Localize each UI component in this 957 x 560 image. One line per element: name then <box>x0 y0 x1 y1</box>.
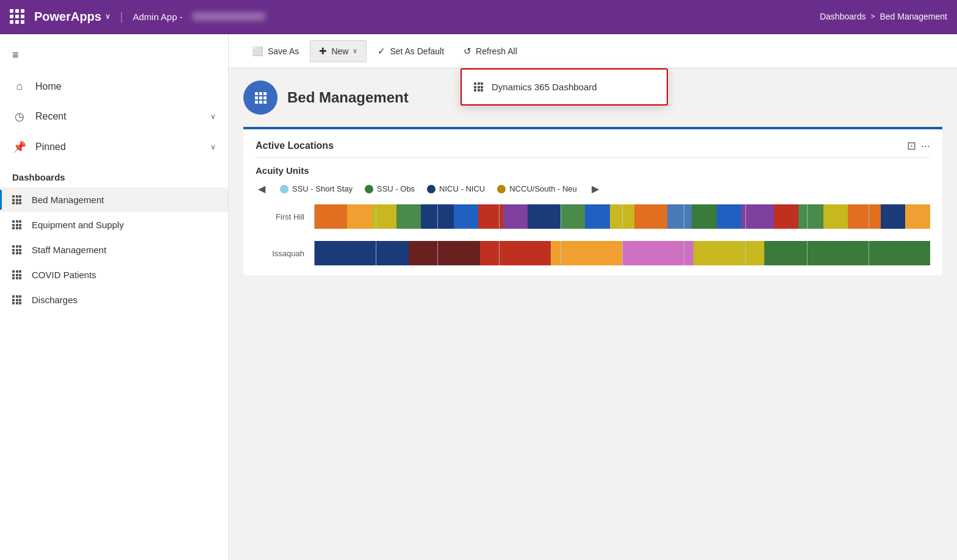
legend-item-ssu-obs: SSU - Obs <box>365 184 415 193</box>
new-icon: ✚ <box>319 46 327 57</box>
main-content: Bed Management Active Locations ⊡ ··· Ac… <box>229 68 957 560</box>
bar-segment-0-20 <box>848 204 881 229</box>
bar-segment-0-16 <box>741 204 774 229</box>
home-icon: ⌂ <box>12 80 27 93</box>
bar-segment-0-9 <box>561 204 585 229</box>
bar-segment-1-4 <box>622 241 694 265</box>
expand-icon[interactable]: ⊡ <box>907 139 916 153</box>
bar-segment-0-14 <box>692 204 716 229</box>
toolbar: ⬜ Save As ✚ New ∨ ✓ Set As Default ↺ Ref… <box>229 34 957 68</box>
save-as-icon: ⬜ <box>252 46 263 57</box>
bar-segment-0-12 <box>634 204 667 229</box>
bar-row-first-hill: First Hill <box>256 204 930 229</box>
save-as-button[interactable]: ⬜ Save As <box>243 41 307 62</box>
covid-patients-label: COVID Patients <box>32 270 96 280</box>
checkmark-icon: ✓ <box>378 46 385 57</box>
bar-segment-0-4 <box>421 204 454 229</box>
legend-item-nccu: NCCU/South - Neu <box>497 184 577 193</box>
breadcrumb-current: Bed Management <box>880 12 947 21</box>
sidebar-item-bed-management[interactable]: Bed Management <box>0 187 228 212</box>
legend-next[interactable]: ▶ <box>589 183 601 195</box>
sidebar-item-pinned[interactable]: 📌 Pinned ∨ <box>0 132 228 162</box>
dashboards-section-title: Dashboards <box>0 162 228 187</box>
bar-segment-1-0 <box>314 241 409 265</box>
bar-segment-0-6 <box>478 204 503 229</box>
avatar-grid-icon <box>255 92 267 104</box>
legend-dot-ssu-short-stay <box>280 185 289 193</box>
bed-management-label: Bed Management <box>32 195 104 205</box>
sidebar-item-staff-management[interactable]: Staff Management <box>0 237 228 262</box>
bar-label-0: First Hill <box>256 212 304 221</box>
sidebar-recent-label: Recent <box>35 111 202 122</box>
bar-segment-0-5 <box>454 204 478 229</box>
bar-segment-0-10 <box>585 204 609 229</box>
legend-dot-ssu-obs <box>365 185 373 193</box>
legend-label-nccu: NCCU/South - Neu <box>509 184 577 193</box>
sidebar-home-label: Home <box>35 81 216 92</box>
pinned-chevron: ∨ <box>210 143 216 151</box>
widget-title: Active Locations <box>256 140 334 151</box>
sidebar-pinned-label: Pinned <box>35 142 202 153</box>
legend-prev[interactable]: ◀ <box>256 183 268 195</box>
bar-segment-0-13 <box>667 204 692 229</box>
bar-segment-1-2 <box>480 241 551 265</box>
legend-item-ssu-short-stay: SSU - Short Stay <box>280 184 353 193</box>
discharges-label: Discharges <box>32 295 77 305</box>
chart-divider <box>256 157 930 158</box>
set-default-label: Set As Default <box>390 46 444 56</box>
dynamics-dashboard-icon <box>474 82 483 92</box>
hamburger-menu[interactable]: ≡ <box>0 41 228 71</box>
bar-track-0 <box>314 204 930 229</box>
page-avatar <box>243 81 278 115</box>
app-grid-icon[interactable] <box>10 9 24 24</box>
bar-container-1 <box>314 241 930 265</box>
equipment-supply-icon <box>12 220 24 229</box>
legend-item-nicu: NICU - NICU <box>427 184 485 193</box>
nav-separator: | <box>120 10 123 23</box>
new-dropdown-menu: Dynamics 365 Dashboard <box>461 68 668 106</box>
equipment-supply-label: Equipment and Supply <box>32 220 124 230</box>
bar-container-0 <box>314 204 930 229</box>
bar-row-issaquah: Issaquah <box>256 241 930 265</box>
legend-dot-nicu <box>427 185 435 193</box>
widget-actions: ⊡ ··· <box>907 139 930 153</box>
new-button[interactable]: ✚ New ∨ <box>310 40 367 62</box>
dynamics-365-dashboard-item[interactable]: Dynamics 365 Dashboard <box>462 72 667 102</box>
bar-segment-1-3 <box>551 241 622 265</box>
new-chevron: ∨ <box>353 47 357 55</box>
set-default-button[interactable]: ✓ Set As Default <box>369 41 453 62</box>
sidebar-item-discharges[interactable]: Discharges <box>0 287 228 312</box>
brand-logo[interactable]: PowerApps ∨ <box>34 10 110 24</box>
content-area: ⬜ Save As ✚ New ∨ ✓ Set As Default ↺ Ref… <box>229 34 957 560</box>
sidebar-item-home[interactable]: ⌂ Home <box>0 71 228 101</box>
bar-segment-0-17 <box>774 204 798 229</box>
breadcrumb-dashboards[interactable]: Dashboards <box>820 12 866 21</box>
staff-management-label: Staff Management <box>32 245 106 255</box>
refresh-icon: ↺ <box>464 46 471 57</box>
bar-segment-0-2 <box>371 204 396 229</box>
chart-legend: ◀ SSU - Short Stay SSU - Obs NICU - NICU <box>256 183 930 195</box>
sidebar-item-covid-patients[interactable]: COVID Patients <box>0 262 228 287</box>
sidebar-item-recent[interactable]: ◷ Recent ∨ <box>0 101 228 132</box>
widget-header: Active Locations ⊡ ··· <box>256 139 930 153</box>
bar-chart: First HillIssaquah <box>256 204 930 265</box>
bar-segment-0-8 <box>528 204 561 229</box>
breadcrumb-chevron: > <box>870 12 875 21</box>
bar-segment-1-6 <box>764 241 859 265</box>
more-options-icon[interactable]: ··· <box>921 140 930 153</box>
bar-segment-0-18 <box>798 204 823 229</box>
sidebar-item-equipment-supply[interactable]: Equipment and Supply <box>0 212 228 237</box>
legend-dot-nccu <box>497 185 506 193</box>
page-title: Bed Management <box>287 89 409 106</box>
new-label: New <box>331 46 348 56</box>
bar-segment-0-1 <box>347 204 371 229</box>
pin-icon: 📌 <box>12 140 27 154</box>
sidebar: ≡ ⌂ Home ◷ Recent ∨ 📌 Pinned ∨ Dashboard… <box>0 34 229 560</box>
legend-label-nicu: NICU - NICU <box>439 184 485 193</box>
refresh-label: Refresh All <box>476 46 517 56</box>
bar-label-1: Issaquah <box>256 249 304 258</box>
active-locations-widget: Active Locations ⊡ ··· Acuity Units ◀ SS… <box>243 127 942 275</box>
dynamics-dashboard-label: Dynamics 365 Dashboard <box>492 82 597 92</box>
covid-patients-icon <box>12 270 24 279</box>
refresh-all-button[interactable]: ↺ Refresh All <box>455 41 526 62</box>
